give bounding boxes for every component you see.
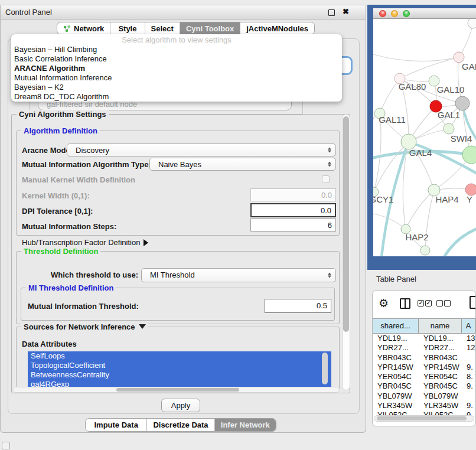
network-tab-icon	[63, 25, 71, 32]
control-panel-titlebar[interactable]: Control Panel ✖	[1, 5, 366, 19]
table-row[interactable]: YER054CYER054C8.	[373, 372, 475, 381]
table-cell: YIL052C	[373, 410, 419, 415]
which-threshold-combo[interactable]: MI Threshold	[141, 268, 336, 282]
unchecked-checkbox-icon[interactable]	[436, 300, 443, 306]
settings-horizontal-scrollbar[interactable]	[12, 387, 340, 393]
table-cell: YDL19...	[419, 334, 462, 343]
table-row[interactable]: YBR043CYBR043C	[373, 353, 475, 363]
data-attributes-label: Data Attributes	[22, 340, 77, 348]
table-toolbar: ⚙ ✓ ✓	[373, 291, 475, 318]
which-threshold-label: Which threshold to use:	[51, 270, 138, 279]
document-icon[interactable]	[470, 296, 476, 309]
algorithm-option[interactable]: Bayesian – K2	[11, 83, 342, 92]
mi-threshold-label: Mutual Information Threshold:	[28, 302, 139, 311]
checked-checkbox-icon[interactable]: ✓	[425, 300, 432, 306]
settings-vertical-scrollbar[interactable]	[342, 114, 350, 390]
algorithm-option[interactable]: ARACNE Algorithm	[11, 64, 342, 73]
attribute-list-scrollbar[interactable]	[322, 353, 328, 384]
table-row[interactable]: YDL19...YDL19...13	[373, 334, 475, 343]
table-cell: 9.	[462, 381, 475, 391]
network-node-swi4[interactable]	[444, 123, 454, 134]
unchecked-checkbox-icon[interactable]	[444, 300, 451, 306]
table-body: YDL19...YDL19...13YDR27...YDR27...12YBR0…	[373, 334, 475, 415]
network-edge[interactable]	[373, 54, 459, 61]
sources-title[interactable]: Sources for Network Inference	[21, 322, 148, 331]
table-row[interactable]: YDR27...YDR27...12	[373, 343, 475, 353]
node-label: GCY1	[373, 194, 393, 204]
tab-network[interactable]: Network	[57, 22, 110, 34]
apply-button[interactable]: Apply	[161, 399, 200, 412]
mi-threshold-field[interactable]: 0.5	[265, 299, 331, 313]
table-header-row: shared...nameA	[373, 318, 475, 334]
tab-infer-network[interactable]: Infer Network	[215, 419, 276, 431]
float-window-icon[interactable]	[328, 9, 335, 16]
table-cell: YBL079W	[373, 392, 419, 401]
control-panel-title: Control Panel	[5, 8, 52, 17]
control-panel-tab-bar: NetworkStyleSelectCyni ToolboxjActiveMNo…	[57, 22, 315, 35]
column-header[interactable]: name	[419, 319, 462, 333]
table-horizontal-scrollbar[interactable]	[374, 415, 474, 422]
algorithm-option[interactable]: Basic Correlation Inference	[11, 54, 342, 64]
checked-checkbox-icon[interactable]: ✓	[418, 300, 424, 306]
minimize-traffic-light-icon[interactable]	[391, 10, 398, 17]
algorithm-option[interactable]: Mutual Information Inference	[11, 73, 342, 83]
tab-cyni-toolbox[interactable]: Cyni Toolbox	[180, 22, 240, 34]
table-row[interactable]: YPR145WYPR145W9.	[373, 363, 475, 372]
combo-arrows-icon	[328, 272, 331, 279]
tab-impute-data[interactable]: Impute Data	[86, 419, 147, 431]
hub-definition-toggle[interactable]: Hub/Transcription Factor Definition	[22, 238, 148, 247]
data-attributes-list: SelfLoopsTopologicalCoefficientBetweenne…	[28, 351, 331, 387]
network-node[interactable]	[468, 19, 476, 28]
manual-kernel-checkbox[interactable]	[322, 175, 330, 183]
network-node[interactable]	[462, 146, 476, 164]
network-canvas[interactable]: GALGAL80GAL10GAL1GAL11SWI4GAL4GCY1HAP4YH…	[373, 19, 476, 256]
table-cell: YDR27...	[419, 343, 462, 353]
network-edge[interactable]	[380, 79, 400, 113]
network-edge[interactable]	[373, 214, 406, 229]
sources-title-text: Sources for Network Inference	[24, 322, 135, 331]
table-row[interactable]: YIL052CYIL052C9.	[373, 410, 475, 415]
table-cell: YER054C	[373, 372, 419, 381]
node-label: GAL10	[437, 84, 465, 94]
mi-type-combo[interactable]: Naive Bayes	[149, 158, 336, 171]
attribute-item[interactable]: BetweennessCentrality	[28, 370, 331, 380]
tab-style[interactable]: Style	[110, 22, 145, 34]
network-window-titlebar[interactable]	[373, 8, 476, 19]
algorithm-option[interactable]: Dream8 DC_TDC Algorithm	[11, 92, 342, 102]
attribute-item[interactable]: gal4RGexp	[28, 380, 331, 387]
gear-icon[interactable]: ⚙	[379, 296, 389, 310]
attribute-item[interactable]: TopologicalCoefficient	[28, 361, 331, 370]
column-header[interactable]: A	[462, 319, 475, 333]
network-node[interactable]	[420, 246, 430, 255]
mi-steps-label: Mutual Information Steps:	[22, 222, 116, 231]
split-columns-icon[interactable]	[400, 298, 410, 309]
aracne-mode-label: Aracne Mode:	[22, 146, 73, 155]
aracne-mode-combo[interactable]: Discovery	[67, 144, 336, 156]
table-row[interactable]: YLR345WYLR345W9.	[373, 401, 475, 410]
tab-label: Network	[74, 24, 104, 33]
zoom-traffic-light-icon[interactable]	[403, 10, 410, 17]
table-row[interactable]: YBL079WYBL079W	[373, 392, 475, 401]
tab-select[interactable]: Select	[145, 22, 180, 34]
tab-jactivemnodules[interactable]: jActiveMNodules	[240, 22, 314, 34]
close-icon[interactable]: ✖	[343, 7, 349, 16]
attribute-item[interactable]: SelfLoops	[28, 351, 331, 361]
minimized-panel-icon[interactable]	[2, 442, 10, 449]
table-panel: ⚙ ✓ ✓ shared...nameA YDL19...YDL19...13Y…	[372, 291, 476, 426]
column-header[interactable]: shared...	[373, 319, 419, 333]
tab-discretize-data[interactable]: Discretize Data	[147, 419, 214, 431]
mi-steps-field[interactable]: 6	[250, 219, 336, 231]
dpi-tolerance-label: DPI Tolerance [0,1]:	[22, 207, 93, 216]
network-window[interactable]: GALGAL80GAL10GAL1GAL11SWI4GAL4GCY1HAP4YH…	[373, 8, 476, 256]
algorithm-dropdown-placeholder: Select algorithm to view settings	[11, 34, 342, 45]
control-panel-window: Control Panel ✖ NetworkStyleSelectCyni T…	[0, 5, 366, 433]
table-row[interactable]: YBR045CYBR045C9.	[373, 381, 475, 391]
table-panel-title: Table Panel	[376, 275, 416, 283]
network-node[interactable]	[455, 96, 470, 110]
network-edge[interactable]	[444, 229, 476, 256]
network-node-y[interactable]	[465, 184, 476, 195]
algorithm-option[interactable]: Bayesian – Hill Climbing	[11, 45, 342, 54]
kernel-width-field[interactable]: 0.0	[250, 188, 336, 201]
dpi-tolerance-field[interactable]: 0.0	[250, 203, 336, 217]
close-traffic-light-icon[interactable]	[379, 10, 386, 17]
